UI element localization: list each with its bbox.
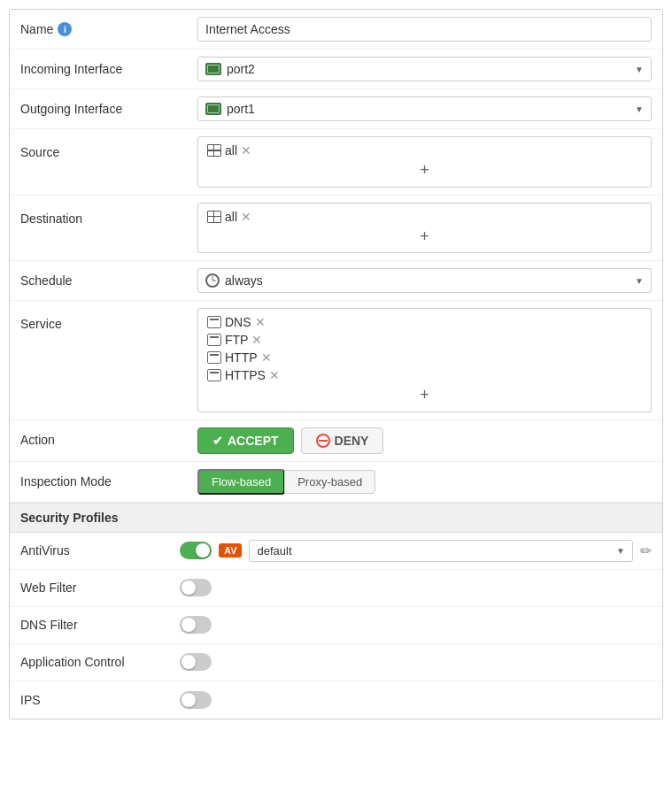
outgoing-interface-value-col: port1 ▼ xyxy=(197,96,652,121)
security-profiles-header: Security Profiles xyxy=(10,503,662,533)
antivirus-row: AntiVirus AV default ▼ ✏ xyxy=(10,533,662,570)
schedule-value-col: always ▼ xyxy=(197,268,652,293)
dns-filter-row: DNS Filter xyxy=(10,607,662,644)
source-tag-all: all ✕ xyxy=(207,143,251,158)
application-control-row: Application Control xyxy=(10,644,662,681)
schedule-row: Schedule always ▼ xyxy=(10,261,662,301)
name-info-icon[interactable]: i xyxy=(58,22,72,36)
service-add-button[interactable]: + xyxy=(205,384,644,407)
av-badge: AV xyxy=(219,543,242,558)
service-tag-box[interactable]: DNS ✕ FTP ✕ HTTP ✕ HTTPS xyxy=(197,308,652,412)
destination-remove-all-button[interactable]: ✕ xyxy=(241,211,251,223)
action-row: Action ✔ ACCEPT DENY xyxy=(10,420,662,462)
service-tag-http: HTTP ✕ xyxy=(207,350,272,365)
dns-filter-toggle-slider xyxy=(180,616,212,634)
destination-row: Destination all ✕ + xyxy=(10,196,662,262)
schedule-label: Schedule xyxy=(20,268,197,288)
dns-filter-toggle[interactable] xyxy=(180,616,212,634)
schedule-chevron: ▼ xyxy=(635,276,644,286)
name-label-text: Name xyxy=(20,22,53,36)
antivirus-profile-select[interactable]: default ▼ xyxy=(249,540,633,562)
inspection-mode-value-col: Flow-based Proxy-based xyxy=(197,469,652,495)
antivirus-profile-value: default xyxy=(257,544,291,558)
service-remove-dns-button[interactable]: ✕ xyxy=(255,316,266,328)
name-value-col xyxy=(197,17,652,42)
service-remove-ftp-button[interactable]: ✕ xyxy=(251,334,262,346)
destination-label: Destination xyxy=(20,203,197,226)
web-filter-label: Web Filter xyxy=(20,581,180,595)
outgoing-interface-select[interactable]: port1 ▼ xyxy=(197,96,652,121)
antivirus-toggle-slider xyxy=(180,542,212,559)
port1-network-icon xyxy=(205,103,221,115)
ips-controls xyxy=(180,691,652,709)
application-control-label: Application Control xyxy=(20,655,180,669)
action-value-col: ✔ ACCEPT DENY xyxy=(197,427,652,454)
service-dns-icon xyxy=(207,316,221,328)
deny-circle-icon xyxy=(316,434,330,448)
service-label: Service xyxy=(20,308,197,331)
source-add-button[interactable]: + xyxy=(205,159,644,182)
outgoing-interface-chevron: ▼ xyxy=(635,104,644,114)
name-input[interactable] xyxy=(197,17,652,42)
service-tag-ftp: FTP ✕ xyxy=(207,333,262,347)
outgoing-interface-value: port1 xyxy=(227,102,255,116)
action-label: Action xyxy=(20,427,197,447)
schedule-select[interactable]: always ▼ xyxy=(197,268,652,293)
service-tag-https: HTTPS ✕ xyxy=(207,368,280,382)
application-control-toggle-slider xyxy=(180,653,212,671)
source-tag-box[interactable]: all ✕ + xyxy=(197,136,652,188)
incoming-interface-value-col: port2 ▼ xyxy=(197,57,652,81)
incoming-interface-chevron: ▼ xyxy=(635,65,644,74)
antivirus-controls: AV default ▼ ✏ xyxy=(180,540,652,562)
incoming-interface-row: Incoming Interface port2 ▼ xyxy=(10,50,662,89)
service-https-icon xyxy=(207,369,221,381)
destination-tag-all: all ✕ xyxy=(207,210,251,224)
web-filter-toggle-slider xyxy=(180,579,212,596)
service-tag-dns: DNS ✕ xyxy=(207,315,266,329)
source-value-col: all ✕ + xyxy=(197,136,652,188)
checkmark-icon: ✔ xyxy=(212,434,223,448)
inspection-mode-row: Inspection Mode Flow-based Proxy-based xyxy=(10,462,662,503)
antivirus-profile-chevron: ▼ xyxy=(616,546,625,556)
dns-filter-label: DNS Filter xyxy=(20,618,180,632)
web-filter-controls xyxy=(180,579,652,596)
web-filter-row: Web Filter xyxy=(10,570,662,607)
schedule-clock-icon xyxy=(205,273,220,288)
source-remove-all-button[interactable]: ✕ xyxy=(241,144,251,157)
source-label: Source xyxy=(20,136,197,159)
incoming-interface-value: port2 xyxy=(227,62,255,76)
source-all-icon xyxy=(207,144,221,157)
service-http-icon xyxy=(207,351,221,364)
name-label: Name i xyxy=(20,17,197,36)
name-row: Name i xyxy=(10,10,662,50)
antivirus-edit-icon[interactable]: ✏ xyxy=(640,542,652,559)
service-remove-https-button[interactable]: ✕ xyxy=(269,369,280,381)
dns-filter-controls xyxy=(180,616,652,634)
schedule-value: always xyxy=(225,273,263,288)
antivirus-label: AntiVirus xyxy=(20,543,180,558)
deny-button[interactable]: DENY xyxy=(301,427,384,454)
incoming-interface-label: Incoming Interface xyxy=(20,57,197,76)
destination-all-icon xyxy=(207,211,221,223)
ips-label: IPS xyxy=(20,693,180,707)
flow-based-button[interactable]: Flow-based xyxy=(197,469,285,495)
ips-row: IPS xyxy=(10,681,662,719)
web-filter-toggle[interactable] xyxy=(180,579,212,596)
application-control-controls xyxy=(180,653,652,671)
destination-tag-box[interactable]: all ✕ + xyxy=(197,203,652,254)
service-remove-http-button[interactable]: ✕ xyxy=(261,351,272,364)
accept-button[interactable]: ✔ ACCEPT xyxy=(197,427,294,454)
inspection-mode-label: Inspection Mode xyxy=(20,469,197,488)
proxy-based-button[interactable]: Proxy-based xyxy=(284,470,375,494)
source-row: Source all ✕ + xyxy=(10,129,662,196)
outgoing-interface-row: Outgoing Interface port1 ▼ xyxy=(10,89,662,129)
destination-add-button[interactable]: + xyxy=(205,226,644,249)
destination-value-col: all ✕ + xyxy=(197,203,652,254)
service-ftp-icon xyxy=(207,334,221,346)
service-value-col: DNS ✕ FTP ✕ HTTP ✕ HTTPS xyxy=(197,308,652,412)
application-control-toggle[interactable] xyxy=(180,653,212,671)
port2-network-icon xyxy=(205,63,221,75)
incoming-interface-select[interactable]: port2 ▼ xyxy=(197,57,652,81)
ips-toggle[interactable] xyxy=(180,691,212,709)
antivirus-toggle[interactable] xyxy=(180,542,212,559)
